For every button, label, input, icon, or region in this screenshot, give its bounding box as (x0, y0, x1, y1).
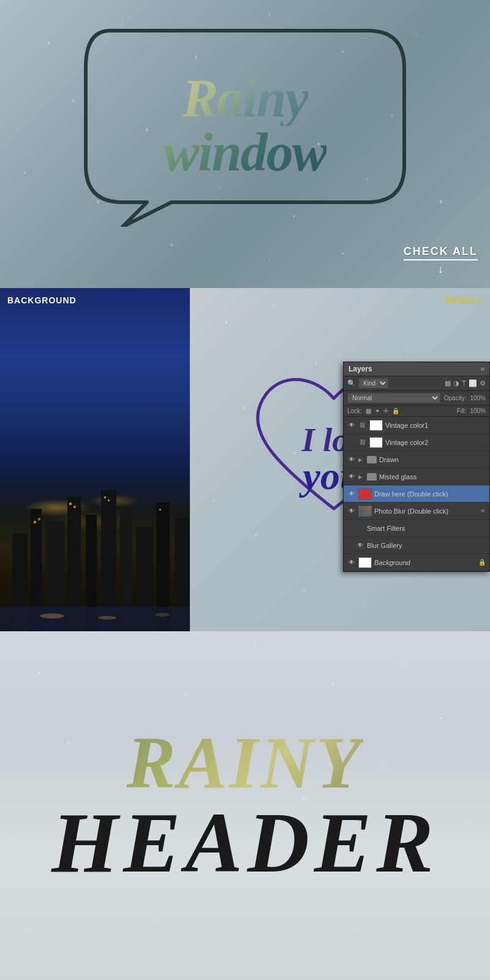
layer-thumbnail (369, 437, 383, 448)
layer-row-photo-blur[interactable]: 👁 Photo Blur (Double click) 👁 (344, 503, 489, 520)
filter-shape-icon: ⬜ (469, 379, 477, 387)
layer-row-smart-filters: 👁 Smart Filters (344, 520, 489, 537)
layers-blend-row: Normal Opacity: 100% (344, 391, 489, 406)
layer-row-vintage2[interactable]: 👁 ⛓ Vintage color2 (344, 434, 489, 451)
layer-thumbnail (358, 506, 372, 517)
lock-pixel-icon: ▩ (366, 408, 371, 414)
layer-name: Misted glass (379, 473, 486, 481)
layer-eye-icon[interactable]: 👁 (356, 541, 364, 550)
layers-opacity-value: 100% (470, 395, 486, 401)
header-word: HEADER (51, 800, 439, 886)
layer-name: Background (374, 559, 476, 566)
city-skyline (0, 460, 190, 631)
check-all-button[interactable]: CHECK ALL ↓ (404, 245, 478, 276)
layer-name: Drawn (379, 456, 486, 463)
layers-panel: Layers » 🔍 Kind ▩ ◑ T ⬜ ⚙ (343, 362, 490, 572)
fill-value: 100% (470, 408, 486, 414)
svg-rect-3 (38, 518, 40, 520)
background-panel: BACKGROUND (0, 288, 190, 631)
layer-name: Blur Gallery (367, 542, 486, 549)
layer-eye-icon[interactable]: 👁 (347, 421, 356, 430)
result-label: RESULT (445, 295, 483, 305)
layers-filter-icons: ▩ ◑ T ⬜ ⚙ (445, 379, 486, 387)
fill-label: Fill: (457, 408, 467, 414)
lock-all-icon: 🔒 (392, 408, 399, 414)
layer-link-icon: ⛓ (358, 421, 367, 430)
layer-row-misted[interactable]: 👁 ▶ Misted glass (344, 468, 489, 485)
layer-expand-icon[interactable]: ▶ (358, 474, 364, 480)
rainy-word: RAINY (127, 726, 364, 800)
layers-panel-header: Layers » (344, 362, 489, 376)
svg-point-20 (155, 613, 170, 617)
layer-name: Draw here (Double click) (374, 490, 486, 498)
bottom-text-area: RAINY HEADER (0, 631, 490, 980)
layer-thumbnail (358, 488, 372, 499)
svg-rect-7 (74, 506, 76, 508)
background-label: BACKGROUND (7, 295, 77, 305)
layer-thumbnail (358, 557, 372, 568)
layer-lock-icon: 🔒 (478, 559, 486, 566)
layer-row-blur-gallery[interactable]: 👁 Blur Gallery (344, 537, 489, 554)
layer-folder-icon (367, 456, 377, 463)
section-top: Rainy window CHECK ALL ↓ (0, 0, 490, 288)
bubble-line2: window (164, 126, 327, 180)
layer-expand-icon[interactable]: ▶ (358, 457, 364, 463)
bubble-line1: Rainy (182, 72, 307, 126)
svg-rect-17 (0, 607, 190, 631)
layer-eye-icon[interactable]: 👁 (347, 507, 356, 515)
layer-eye-icon[interactable]: 👁 (347, 558, 356, 567)
layer-name: Photo Blur (Double click) (374, 507, 478, 515)
lock-position-icon: ✛ (383, 408, 388, 414)
layers-blend-select[interactable]: Normal (347, 393, 440, 403)
layers-opacity-label: Opacity: (444, 395, 467, 401)
result-panel: RESULT I love you! Layers » (190, 288, 490, 631)
filter-smart-icon: ⚙ (480, 379, 486, 387)
check-all-label: CHECK ALL (404, 245, 478, 260)
svg-rect-2 (34, 521, 36, 523)
speech-bubble: Rainy window (74, 18, 417, 227)
lock-move-icon: ✦ (375, 408, 380, 414)
lock-label: Lock: (347, 408, 362, 414)
layers-title: Layers (349, 365, 372, 373)
layers-kind-select[interactable]: Kind (358, 378, 388, 389)
layer-folder-icon (367, 473, 377, 481)
layer-row-vintage1[interactable]: 👁 ⛓ Vintage color1 (344, 417, 489, 434)
layer-extra-icon: 👁 (480, 508, 486, 514)
svg-point-18 (40, 613, 64, 618)
layer-name: Smart Filters (367, 525, 486, 532)
bubble-text-area: Rainy window (74, 18, 417, 227)
filter-adjust-icon: ◑ (453, 379, 459, 387)
section-bottom: RAINY HEADER (0, 631, 490, 980)
layers-expand-icon: » (480, 365, 484, 373)
layer-row-background[interactable]: 👁 Background 🔒 (344, 554, 489, 571)
layer-row-draw-here[interactable]: 👁 Draw here (Double click) (344, 485, 489, 503)
svg-rect-11 (108, 499, 110, 501)
layers-search-row: 🔍 Kind ▩ ◑ T ⬜ ⚙ (344, 376, 489, 391)
layer-name: Vintage color2 (385, 439, 486, 446)
section-middle: BACKGROUND (0, 288, 490, 631)
filter-pixel-icon: ▩ (445, 379, 451, 387)
layer-link-icon: ⛓ (358, 438, 367, 447)
layers-lock-row: Lock: ▩ ✦ ✛ 🔒 Fill: 100% (344, 406, 489, 417)
layer-eye-icon[interactable]: 👁 (347, 473, 356, 481)
layer-eye-icon[interactable]: 👁 (347, 490, 356, 498)
svg-rect-6 (69, 503, 72, 505)
filter-type-icon: T (462, 379, 466, 387)
svg-rect-15 (159, 509, 161, 511)
city-background (0, 288, 190, 631)
magnifier-icon: 🔍 (347, 379, 356, 387)
layer-thumbnail (369, 420, 383, 431)
layer-eye-icon[interactable]: 👁 (347, 455, 356, 464)
svg-point-19 (98, 616, 116, 620)
layer-row-drawn[interactable]: 👁 ▶ Drawn (344, 451, 489, 468)
svg-rect-10 (104, 496, 106, 498)
layer-name: Vintage color1 (385, 422, 486, 429)
check-all-arrow-icon: ↓ (438, 263, 443, 276)
